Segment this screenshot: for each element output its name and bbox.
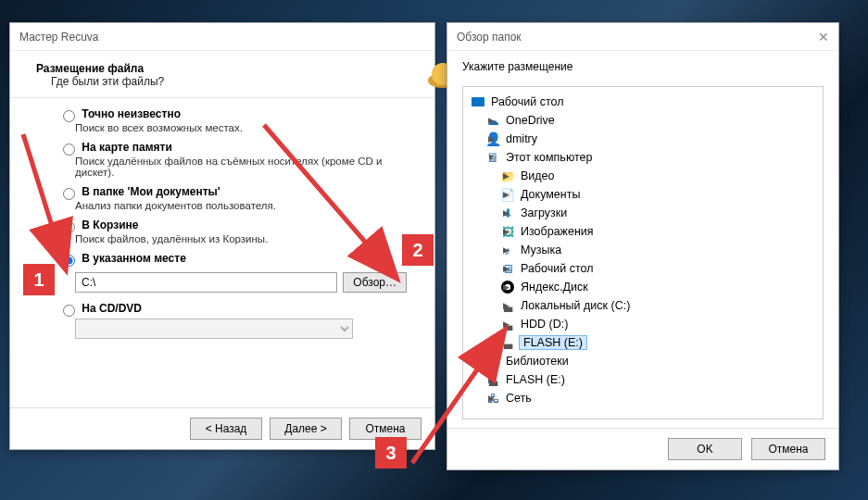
tree-item[interactable]: ▶☁OneDrive [482,111,819,130]
drive-icon: ▃ [500,298,515,313]
radio-card[interactable] [63,144,75,156]
tree-item-label: Яндекс.Диск [519,280,590,294]
annotation-badge-1: 1 [23,264,55,295]
tree-item-label: Видео [519,169,557,183]
dialog-title: Обзор папок [457,31,522,44]
tree-item-label: Документы [519,187,582,202]
drive-icon: ▃ [485,372,500,387]
user-icon: 👤 [485,131,500,146]
tree-item-label: Библиотеки [504,354,571,369]
tree-item-label: Локальный диск (C:) [519,298,632,313]
back-button[interactable]: < Назад [190,418,262,440]
tree-item-label: HDD (D:) [519,317,570,331]
wizard-title: Мастер Recuva [19,31,99,44]
tree-item-label: OneDrive [504,113,557,128]
close-icon[interactable]: ✕ [818,30,829,44]
tree-item[interactable]: ▶📄Документы [497,185,819,204]
label-recycle: В Корзине [82,219,138,231]
tree-item-label: FLASH (E:) [519,335,587,350]
ok-button[interactable]: OK [668,438,742,460]
tree-item-label: Этот компьютер [504,150,594,165]
cddvd-select [75,319,353,339]
dialog-footer: OK Отмена [447,428,838,469]
dialog-titlebar: Обзор папок ✕ [447,23,838,51]
path-input[interactable] [75,272,337,293]
tree-item[interactable]: ▼🖥Этот компьютер [482,148,819,167]
wizard-header: Размещение файла Где были эти файлы? [10,51,434,98]
wizard-footer: < Назад Далее > Отмена [10,407,434,449]
drive-icon: ▃ [500,317,515,331]
tree-item-label: Музыка [519,243,563,257]
tree-item[interactable]: ▶🖥Рабочий стол [497,259,819,278]
lib-icon: 📚 [485,354,500,369]
next-button[interactable]: Далее > [270,418,342,440]
desc-unknown: Поиск во всех возможных местах. [75,122,407,133]
tree-item[interactable]: ▶🖧Сеть [482,389,819,407]
dialog-cancel-button[interactable]: Отмена [751,438,825,460]
net-icon: 🖧 [485,391,500,406]
radio-specified[interactable] [63,255,75,267]
desktop-icon [471,94,485,109]
tree-item-label: FLASH (E:) [504,372,567,387]
radio-mydocs[interactable] [63,188,75,200]
browse-folders-dialog: Обзор папок ✕ Укажите размещение ▶Рабочи… [447,22,839,470]
tree-item[interactable]: ▶📚Библиотеки [482,352,819,370]
wizard-head-subtitle: Где были эти файлы? [51,75,164,88]
tree-item-label: Загрузки [519,206,569,220]
wizard-body: Точно неизвестно Поиск во всех возможных… [10,98,434,413]
tree-item[interactable]: ▶Рабочий стол [467,93,819,111]
label-unknown: Точно неизвестно [82,107,181,120]
tree-item[interactable]: ▶▃FLASH (E:) [497,333,819,352]
label-mydocs: В папке 'Мои документы' [82,185,220,198]
folder-v-icon: 📁 [500,169,515,183]
img-icon: 🖼 [500,224,515,239]
desc-mydocs: Анализ папки документов пользователя. [75,200,407,211]
tree-item[interactable]: ▶Яндекс.Диск [497,278,819,296]
deskf-icon: 🖥 [500,261,515,276]
down-icon: ⬇ [500,206,515,220]
tree-item[interactable]: ▶▃Локальный диск (C:) [497,296,819,315]
label-specified: В указанном месте [82,252,185,265]
pc-icon: 🖥 [485,150,500,165]
radio-recycle[interactable] [63,221,75,233]
radio-cddvd[interactable] [63,305,75,317]
desc-recycle: Поиск файлов, удалённых из Корзины. [75,233,407,244]
cloud-icon: ☁ [485,113,500,128]
tree-item[interactable]: ▶♪Музыка [497,241,819,259]
yadisk-icon [500,280,515,294]
annotation-badge-2: 2 [402,234,434,266]
browse-button[interactable]: Обзор… [343,272,407,293]
tree-item[interactable]: ▶⬇Загрузки [497,204,819,222]
dialog-prompt: Укажите размещение [462,60,824,73]
annotation-badge-3: 3 [375,437,407,469]
radio-unknown[interactable] [63,110,75,122]
desc-card: Поиск удалённых файлов на съёмных носите… [75,156,407,178]
tree-item[interactable]: ▶👤dmitry [482,130,819,148]
label-card: На карте памяти [82,141,171,154]
music-icon: ♪ [500,243,515,257]
tree-item-label: Изображения [519,224,596,239]
wizard-head-title: Размещение файла [36,62,164,75]
tree-item-label: Рабочий стол [519,261,595,276]
label-cddvd: На CD/DVD [82,302,142,315]
recuva-wizard-window: Мастер Recuva Размещение файла Где были … [9,22,435,450]
tree-item-label: Рабочий стол [489,94,565,109]
tree-item[interactable]: ▶🖼Изображения [497,222,819,241]
tree-item[interactable]: ▶📁Видео [497,167,819,185]
wizard-titlebar: Мастер Recuva [10,23,434,51]
tree-item[interactable]: ▶▃FLASH (E:) [482,370,819,389]
drive-icon: ▃ [500,335,515,350]
tree-item-label: Сеть [504,391,534,406]
tree-item[interactable]: ▶▃HDD (D:) [497,315,819,333]
folder-tree[interactable]: ▶Рабочий стол▶☁OneDrive▶👤dmitry▼🖥Этот ко… [462,86,824,419]
doc-icon: 📄 [500,187,515,202]
tree-item-label: dmitry [504,131,539,146]
